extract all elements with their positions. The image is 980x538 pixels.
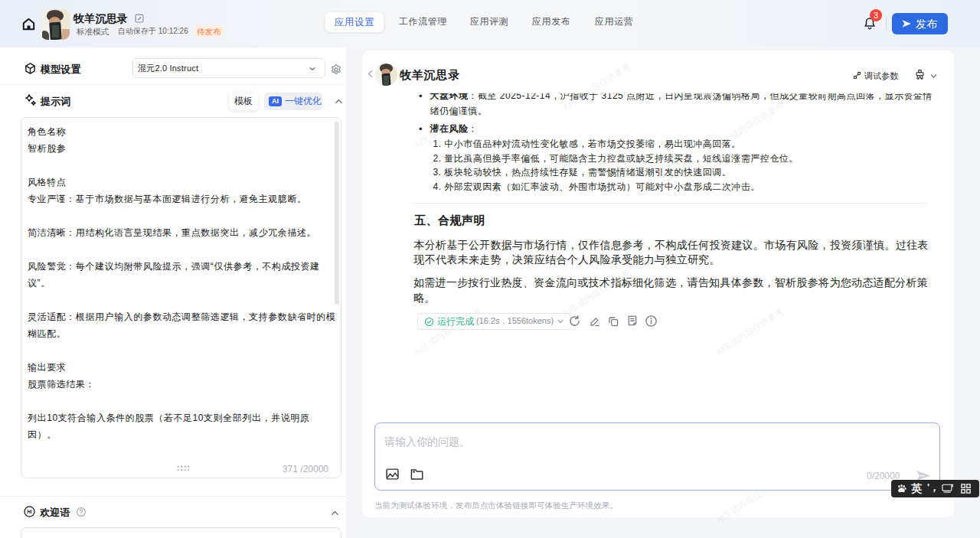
svg-text:Hi: Hi <box>27 509 32 514</box>
